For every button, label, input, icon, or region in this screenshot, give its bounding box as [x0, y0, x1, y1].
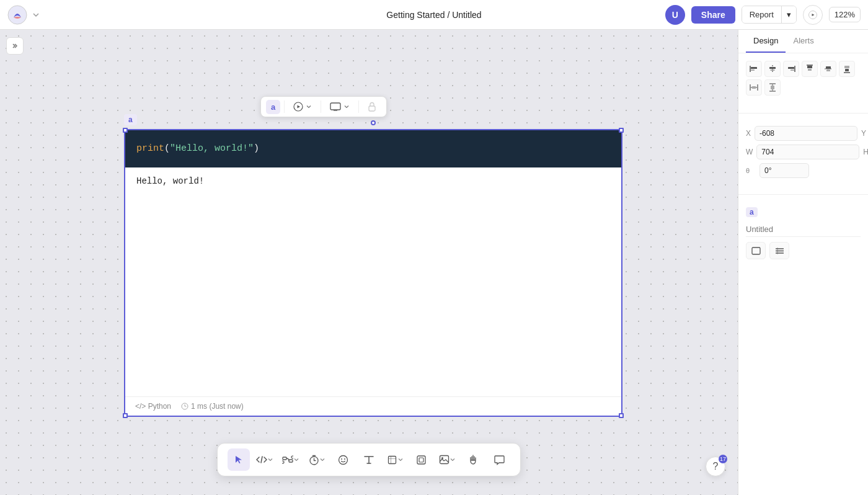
code-paren-close: ) — [254, 143, 259, 154]
align-middle-button[interactable] — [820, 61, 836, 77]
svg-point-13 — [344, 458, 345, 460]
emoji-tool-button[interactable] — [332, 448, 354, 471]
frame-btn-icon — [751, 247, 761, 255]
code-widget[interactable]: print("Hello, world!") Hello, world! </>… — [125, 130, 621, 416]
resize-handle-tl[interactable] — [123, 128, 128, 133]
align-bottom-button[interactable] — [839, 61, 855, 77]
svg-rect-15 — [417, 456, 425, 464]
align-right-button[interactable] — [783, 61, 799, 77]
svg-rect-6 — [283, 457, 286, 460]
svg-rect-4 — [369, 106, 375, 111]
ft-label-icon: a — [271, 102, 275, 112]
resize-handle-bl[interactable] — [123, 413, 128, 418]
ft-lock-button[interactable] — [363, 99, 381, 114]
code-tool-button[interactable] — [254, 448, 276, 471]
y-label: Y — [861, 129, 866, 138]
report-dropdown-button[interactable]: ▾ — [781, 6, 796, 23]
x-y-row: X Y — [746, 126, 861, 141]
svg-rect-31 — [752, 86, 756, 89]
cursor-icon — [234, 455, 244, 465]
widget-badge-label: a — [746, 207, 758, 217]
code-lang: </> Python — [135, 402, 171, 411]
widget-frame-button[interactable] — [746, 242, 766, 259]
rotate-handle[interactable] — [371, 120, 376, 125]
topbar: Getting Started / Untitled U Share Repor… — [0, 0, 868, 30]
code-content: print("Hello, world!") — [136, 141, 259, 156]
svg-rect-30 — [845, 69, 849, 71]
align-icons-row — [746, 61, 861, 96]
code-exec-time: 1 ms (Just now) — [181, 402, 244, 411]
image-tool-button[interactable] — [436, 448, 458, 471]
hand-tool-button[interactable] — [462, 448, 484, 471]
resize-handle-br[interactable] — [619, 413, 624, 418]
user-avatar-button[interactable]: U — [665, 5, 685, 25]
timer-icon — [309, 455, 319, 465]
svg-rect-32 — [771, 86, 774, 89]
svg-point-11 — [339, 455, 347, 464]
ft-label-button[interactable]: a — [266, 100, 280, 114]
svg-rect-25 — [807, 66, 812, 68]
align-center-h-button[interactable] — [764, 61, 781, 77]
right-panel: Design Alerts — [738, 30, 868, 495]
timer-tool-dropdown-icon — [319, 457, 326, 463]
play-button[interactable] — [803, 5, 823, 25]
resize-handle-tr[interactable] — [619, 128, 624, 133]
transform-section: X Y W H θ — [738, 118, 868, 189]
frame-tool-button[interactable] — [384, 448, 406, 471]
frame-tool-dropdown-icon — [397, 457, 404, 463]
distribute-h-icon — [750, 83, 758, 92]
frame-icon — [387, 455, 397, 465]
text-tool-button[interactable] — [358, 448, 380, 471]
x-input[interactable] — [755, 126, 857, 141]
ft-play-button[interactable] — [288, 99, 317, 114]
code-widget-wrapper: a print("Hello, world!") Hello, world! <… — [124, 129, 622, 417]
app-logo[interactable] — [7, 5, 27, 25]
timer-tool-button[interactable] — [306, 448, 328, 471]
component-tool-button[interactable] — [410, 448, 432, 471]
svg-rect-20 — [751, 69, 755, 71]
help-icon: ? — [713, 461, 719, 472]
report-button[interactable]: Report — [742, 6, 781, 23]
ft-divider-2 — [321, 100, 321, 113]
cursor-tool-button[interactable] — [228, 448, 250, 471]
tab-design[interactable]: Design — [746, 30, 786, 53]
sidebar-toggle-button[interactable] — [6, 37, 24, 55]
svg-rect-23 — [788, 67, 794, 69]
canvas[interactable]: a — [0, 30, 738, 495]
widget-name-input[interactable] — [746, 222, 861, 237]
svg-point-8 — [282, 461, 284, 463]
svg-rect-27 — [826, 66, 831, 69]
w-h-row: W H — [746, 145, 861, 159]
svg-rect-33 — [752, 248, 760, 254]
ft-screen-icon — [330, 102, 341, 111]
svg-rect-24 — [790, 69, 794, 71]
distribute-v-button[interactable] — [764, 79, 781, 96]
comment-tool-button[interactable] — [488, 448, 510, 471]
distribute-h-button[interactable] — [746, 79, 762, 96]
align-top-button[interactable] — [802, 61, 818, 77]
theta-input[interactable] — [760, 163, 809, 178]
share-button[interactable]: Share — [691, 6, 735, 24]
ft-lock-icon — [368, 102, 376, 112]
align-left-button[interactable] — [746, 61, 762, 77]
help-button[interactable]: ? 17 — [706, 457, 725, 476]
widget-list-button[interactable] — [769, 242, 789, 259]
code-footer: </> Python 1 ms (Just now) — [125, 396, 621, 416]
component-icon — [416, 455, 427, 465]
ft-divider-1 — [284, 100, 285, 113]
svg-rect-16 — [419, 458, 423, 462]
widget-icons-row — [746, 242, 861, 259]
ft-screen-button[interactable] — [325, 100, 355, 114]
svg-rect-21 — [769, 67, 776, 69]
theta-label: θ — [746, 167, 756, 174]
report-btn-group: Report ▾ — [742, 6, 797, 24]
w-label: W — [746, 148, 753, 156]
w-input[interactable] — [756, 145, 859, 159]
zoom-level[interactable]: 122% — [829, 7, 861, 22]
connection-tool-button[interactable] — [280, 448, 302, 471]
logo-dropdown-icon[interactable] — [32, 11, 40, 19]
connection-tool-dropdown-icon — [293, 457, 299, 463]
topbar-right: U Share Report ▾ 122% — [665, 5, 861, 25]
tab-alerts[interactable]: Alerts — [786, 30, 821, 53]
floating-toolbar: a — [260, 96, 387, 117]
